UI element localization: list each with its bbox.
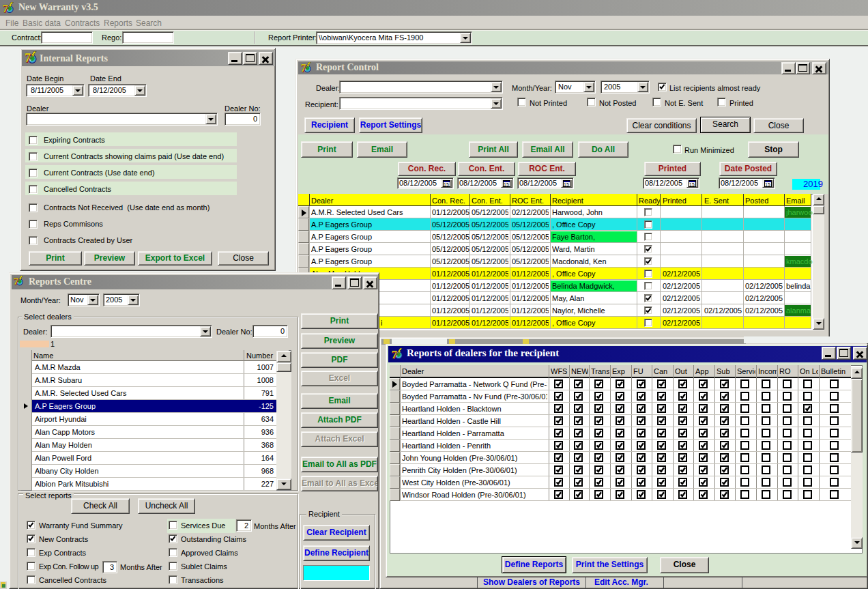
svg-text:7: 7 bbox=[14, 276, 19, 287]
svg-text:7: 7 bbox=[301, 62, 306, 74]
svg-text:7: 7 bbox=[392, 348, 398, 360]
svg-text:7: 7 bbox=[25, 51, 31, 65]
svg-text:7: 7 bbox=[3, 2, 9, 14]
